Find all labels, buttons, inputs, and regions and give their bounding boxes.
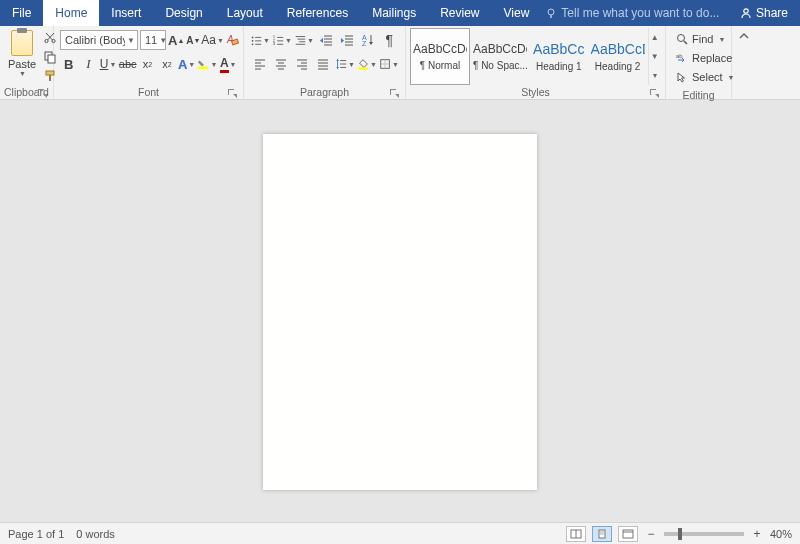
styles-scroll-up[interactable]: ▲ — [649, 28, 661, 47]
style-item-0[interactable]: AaBbCcDc¶ Normal — [410, 28, 470, 85]
share-button[interactable]: Share — [728, 0, 800, 26]
zoom-slider[interactable] — [664, 532, 744, 536]
numbering-button[interactable]: 123▼ — [272, 30, 292, 50]
subscript-button[interactable]: x2 — [139, 54, 157, 74]
svg-rect-9 — [46, 71, 54, 75]
page-indicator[interactable]: Page 1 of 1 — [8, 528, 64, 540]
line-spacing-icon — [335, 57, 347, 71]
style-name: Heading 2 — [591, 61, 645, 72]
underline-button[interactable]: U▼ — [99, 54, 117, 74]
zoom-slider-thumb[interactable] — [678, 528, 682, 540]
find-button[interactable]: Find▼ — [672, 30, 725, 48]
align-left-icon — [253, 57, 267, 71]
font-launcher[interactable] — [227, 88, 237, 98]
chevron-down-icon: ▼ — [392, 61, 399, 68]
svg-rect-61 — [358, 67, 368, 69]
shading-button[interactable]: ▼ — [357, 54, 377, 74]
tab-insert[interactable]: Insert — [99, 0, 153, 26]
select-button[interactable]: Select▼ — [672, 68, 725, 86]
group-font: Calibri (Body)▼ 11▼ A▲ A▼ Aa▼ A B I U▼ a… — [54, 26, 244, 99]
decrease-indent-button[interactable] — [316, 30, 335, 50]
zoom-level[interactable]: 40% — [770, 528, 792, 540]
chevron-down-icon: ▼ — [210, 61, 217, 68]
replace-icon: ab — [676, 52, 688, 64]
page-icon — [596, 529, 608, 539]
find-label: Find — [692, 33, 713, 45]
change-case-button[interactable]: Aa▼ — [203, 30, 223, 50]
font-color-button[interactable]: A▼ — [219, 54, 237, 74]
shrink-font-button[interactable]: A▼ — [186, 30, 200, 50]
chevron-down-icon: ▼ — [188, 61, 195, 68]
clipboard-launcher[interactable] — [37, 88, 47, 98]
clipboard-icon — [11, 30, 33, 56]
align-left-button[interactable] — [250, 54, 269, 74]
clipboard-group-label: Clipboard — [4, 85, 49, 99]
align-center-button[interactable] — [271, 54, 290, 74]
increase-indent-button[interactable] — [337, 30, 356, 50]
tab-review[interactable]: Review — [428, 0, 491, 26]
styles-group-label: Styles — [410, 85, 661, 99]
justify-icon — [316, 57, 330, 71]
tab-home[interactable]: Home — [43, 0, 99, 26]
font-size-combo[interactable]: 11▼ — [140, 30, 166, 50]
web-layout-button[interactable] — [618, 526, 638, 542]
styles-scroll-down[interactable]: ▼ — [649, 47, 661, 66]
magnifier-icon — [676, 33, 688, 45]
font-group-label: Font — [58, 85, 239, 99]
tell-me-search[interactable]: Tell me what you want to do... — [545, 0, 719, 26]
style-name: Heading 1 — [533, 61, 585, 72]
print-layout-button[interactable] — [592, 526, 612, 542]
paste-button[interactable]: Paste ▼ — [4, 28, 40, 79]
collapse-ribbon-button[interactable] — [732, 26, 756, 99]
tab-file[interactable]: File — [0, 0, 43, 26]
numbering-icon: 123 — [272, 33, 284, 47]
bullets-icon — [250, 33, 262, 47]
highlight-button[interactable]: ▼ — [197, 54, 217, 74]
style-item-2[interactable]: AaBbCcHeading 1 — [530, 28, 588, 85]
align-center-icon — [274, 57, 288, 71]
replace-button[interactable]: ab Replace — [672, 49, 725, 67]
document-page[interactable] — [263, 134, 537, 490]
paint-bucket-icon — [357, 57, 369, 71]
borders-button[interactable]: ▼ — [379, 54, 399, 74]
multilevel-list-button[interactable]: ▼ — [294, 30, 314, 50]
read-mode-button[interactable] — [566, 526, 586, 542]
style-preview: AaBbCc — [533, 41, 585, 57]
text-effects-button[interactable]: A▼ — [178, 54, 196, 74]
sort-button[interactable]: AZ — [359, 30, 378, 50]
document-area[interactable] — [0, 100, 800, 522]
grow-font-button[interactable]: A▲ — [168, 30, 184, 50]
zoom-in-button[interactable]: + — [750, 527, 764, 541]
tab-references[interactable]: References — [275, 0, 360, 26]
tab-mailings[interactable]: Mailings — [360, 0, 428, 26]
zoom-out-button[interactable]: − — [644, 527, 658, 541]
web-icon — [622, 529, 634, 539]
styles-expand[interactable]: ▾ — [649, 66, 661, 85]
font-name-combo[interactable]: Calibri (Body)▼ — [60, 30, 138, 50]
tab-design[interactable]: Design — [153, 0, 214, 26]
lightbulb-icon — [545, 7, 557, 19]
tab-view[interactable]: View — [492, 0, 542, 26]
justify-button[interactable] — [314, 54, 333, 74]
style-item-1[interactable]: AaBbCcDc¶ No Spac... — [470, 28, 530, 85]
show-hide-marks-button[interactable]: ¶ — [380, 30, 399, 50]
superscript-button[interactable]: x2 — [158, 54, 176, 74]
bullets-button[interactable]: ▼ — [250, 30, 270, 50]
styles-launcher[interactable] — [649, 88, 659, 98]
line-spacing-button[interactable]: ▼ — [335, 54, 355, 74]
style-item-3[interactable]: AaBbCcDHeading 2 — [588, 28, 648, 85]
ribbon: Paste ▼ Clipboard Calibri (Body)▼ 11▼ A▲… — [0, 26, 800, 100]
word-count[interactable]: 0 words — [76, 528, 115, 540]
replace-label: Replace — [692, 52, 732, 64]
align-right-button[interactable] — [293, 54, 312, 74]
strikethrough-button[interactable]: abc — [119, 54, 137, 74]
italic-button[interactable]: I — [80, 54, 98, 74]
svg-point-0 — [548, 9, 554, 15]
paste-label: Paste — [8, 58, 36, 70]
bold-button[interactable]: B — [60, 54, 78, 74]
select-label: Select — [692, 71, 723, 83]
clear-formatting-button[interactable]: A — [225, 30, 239, 50]
svg-point-16 — [252, 40, 254, 42]
tab-layout[interactable]: Layout — [215, 0, 275, 26]
paragraph-launcher[interactable] — [389, 88, 399, 98]
